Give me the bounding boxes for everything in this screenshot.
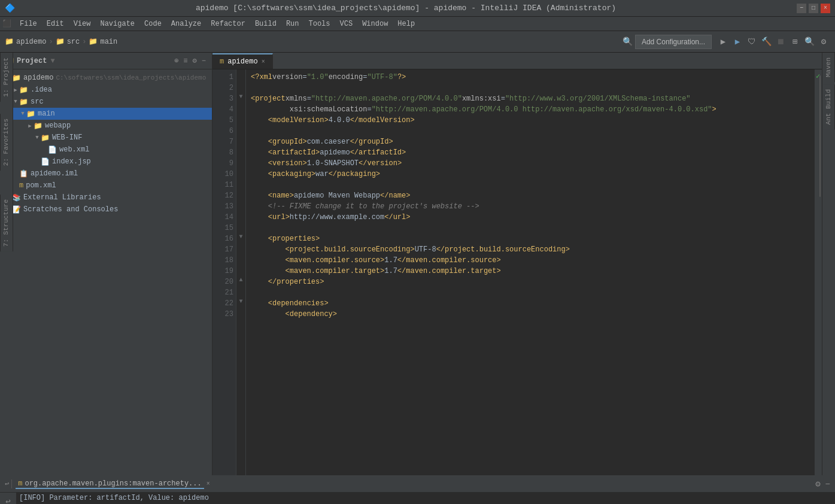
bottom-row: ↩ ⏹ [INFO] Parameter: artifactId, Value:…: [0, 493, 835, 504]
pomxml-icon: m: [19, 181, 23, 190]
run-button[interactable]: ▶: [716, 35, 730, 48]
bottom-run-tab[interactable]: m org.apache.maven.plugins:maven-archety…: [16, 479, 204, 489]
hide-icon[interactable]: −: [201, 56, 207, 66]
menu-window[interactable]: Window: [357, 17, 393, 31]
root-label: apidemo: [23, 74, 53, 82]
code-line-4: xsi:schemaLocation="http://maven.apache.…: [251, 104, 810, 115]
project-title: Project: [17, 57, 47, 65]
tree-pomxml-file[interactable]: ▶ m pom.xml: [0, 180, 212, 192]
breadcrumb-sep2: ›: [82, 38, 86, 46]
menu-vcs[interactable]: VCS: [335, 17, 358, 31]
src-label: src: [31, 98, 44, 106]
code-line-3: <project xmlns="http://maven.apache.org/…: [251, 93, 810, 104]
tree-webinf-folder[interactable]: ▼ 📁 WEB-INF: [0, 132, 212, 144]
menu-code[interactable]: Code: [139, 17, 166, 31]
bottom-settings-icon[interactable]: ⚙: [815, 479, 820, 489]
webapp-label: webapp: [45, 122, 71, 130]
menu-tools[interactable]: Tools: [304, 17, 335, 31]
ant-build-tab[interactable]: Ant Build: [822, 84, 835, 129]
app-menu-icon: ⬛: [2, 19, 11, 28]
editor-tabs: m apidemo ×: [212, 53, 822, 69]
menu-refactor[interactable]: Refactor: [206, 17, 250, 31]
root-folder-icon: 📁: [12, 74, 21, 83]
webinf-arrow-icon: ▼: [34, 135, 41, 141]
search-everywhere-icon[interactable]: 🔍: [623, 37, 633, 47]
tab-close-icon[interactable]: ×: [262, 59, 265, 65]
webxml-icon: 📄: [48, 145, 57, 154]
menu-edit[interactable]: Edit: [42, 17, 69, 31]
main-folder-icon: 📁: [26, 110, 35, 119]
right-panel-tabs: Maven Ant Build: [822, 53, 835, 475]
main-arrow-icon: ▼: [19, 111, 26, 117]
editor-tab-apidemo[interactable]: m apidemo ×: [212, 53, 273, 69]
breadcrumb-src-icon: 📁: [56, 37, 65, 46]
breadcrumb-main[interactable]: main: [100, 38, 117, 46]
close-button[interactable]: ×: [821, 4, 830, 13]
add-configuration-button[interactable]: Add Configuration...: [635, 35, 712, 49]
tree-iml-file[interactable]: ▶ 📋 apidemo.iml: [0, 168, 212, 180]
collapse-icon[interactable]: ≡: [182, 56, 189, 66]
bottom-panel: ↩ m org.apache.maven.plugins:maven-arche…: [0, 475, 835, 504]
tree-indexjsp-file[interactable]: ▶ 📄 index.jsp: [0, 156, 212, 168]
left-tab-favorites[interactable]: 2: Favorites: [0, 114, 13, 171]
left-panel-tabs: 1: Project 2: Favorites 7: Structure: [0, 53, 13, 251]
src-folder-icon: 📁: [19, 98, 28, 107]
tree-idea-folder[interactable]: ▶ 📁 .idea: [0, 84, 212, 96]
settings-icon[interactable]: ⚙: [192, 55, 198, 66]
build-button[interactable]: 🔨: [760, 35, 773, 48]
menu-navigate[interactable]: Navigate: [95, 17, 139, 31]
project-tree: ▼ 📁 apidemo C:\softwares\ssm\idea_projec…: [0, 69, 212, 475]
debug-button[interactable]: ▶: [731, 35, 744, 48]
rerun-icon[interactable]: ↩: [5, 479, 9, 488]
tree-webxml-file[interactable]: ▶ 📄 web.xml: [0, 144, 212, 156]
menu-run[interactable]: Run: [281, 17, 304, 31]
code-editor[interactable]: 12345 678910 1112131415 1617181920 21222…: [212, 69, 822, 475]
fold-gutter: ▼ ▼ ▲ ▼: [236, 69, 246, 475]
bottom-minimize-icon[interactable]: −: [825, 479, 830, 489]
stop-button[interactable]: ⏹: [774, 35, 787, 48]
rerun-console-icon[interactable]: ↩: [4, 495, 11, 504]
close-run-tab-icon[interactable]: ×: [207, 481, 210, 487]
maven-tab[interactable]: Maven: [822, 53, 835, 82]
menu-file[interactable]: File: [15, 17, 42, 31]
scratches-icon: 📝: [12, 205, 21, 214]
menu-build[interactable]: Build: [250, 17, 281, 31]
main-container: 📁 Project ▼ ⊕ ≡ ⚙ − ▼ 📁 apidemo C:\softw…: [0, 53, 835, 475]
breadcrumb-sep1: ›: [48, 38, 53, 46]
left-tab-project[interactable]: 1: Project: [0, 53, 13, 102]
root-path: C:\softwares\ssm\idea_projects\apidemo: [56, 74, 206, 81]
tab-icon: m: [220, 57, 224, 66]
breadcrumb-src[interactable]: src: [67, 38, 80, 46]
tree-webapp-folder[interactable]: ▶ 📁 webapp: [0, 120, 212, 132]
tree-src-folder[interactable]: ▼ 📁 src: [0, 96, 212, 108]
editor-scrollbar[interactable]: ✓: [815, 69, 822, 475]
code-line-16: <properties>: [251, 233, 810, 244]
tree-root-apidemo[interactable]: ▼ 📁 apidemo C:\softwares\ssm\idea_projec…: [0, 72, 212, 84]
project-dropdown-icon[interactable]: ▼: [50, 57, 54, 65]
menu-analyze[interactable]: Analyze: [166, 17, 206, 31]
maximize-button[interactable]: □: [809, 4, 818, 13]
scratches-label: Scratches and Consoles: [23, 205, 118, 214]
idea-label: .idea: [31, 86, 52, 94]
code-line-1: <?xml version="1.0" encoding="UTF-8"?>: [251, 72, 810, 83]
settings-button[interactable]: ⚙: [817, 35, 830, 48]
tree-main-folder[interactable]: ▼ 📁 main: [0, 108, 212, 120]
search-button[interactable]: 🔍: [803, 35, 816, 48]
breadcrumb-main-icon: 📁: [89, 37, 98, 46]
code-content[interactable]: <?xml version="1.0" encoding="UTF-8"?> <…: [246, 69, 815, 475]
run-tab-icon: m: [18, 479, 22, 488]
title-bar: 🔷 apidemo [C:\softwares\ssm\idea_project…: [0, 0, 835, 17]
menu-view[interactable]: View: [69, 17, 96, 31]
left-tab-structure[interactable]: 7: Structure: [0, 195, 13, 251]
webapp-folder-icon: 📁: [34, 122, 42, 130]
minimize-button[interactable]: −: [797, 4, 806, 13]
tree-external-libraries[interactable]: ▶ 📚 External Libraries: [0, 192, 212, 204]
coverage-button[interactable]: 🛡: [745, 35, 758, 48]
locate-icon[interactable]: ⊕: [173, 55, 180, 66]
no-errors-icon: ✓: [816, 72, 820, 81]
breadcrumb-project[interactable]: apidemo: [16, 38, 46, 46]
tree-scratches[interactable]: ▶ 📝 Scratches and Consoles: [0, 204, 212, 215]
menu-help[interactable]: Help: [393, 17, 420, 31]
iml-label: apidemo.iml: [31, 169, 78, 178]
layout-button[interactable]: ⊞: [788, 35, 801, 48]
